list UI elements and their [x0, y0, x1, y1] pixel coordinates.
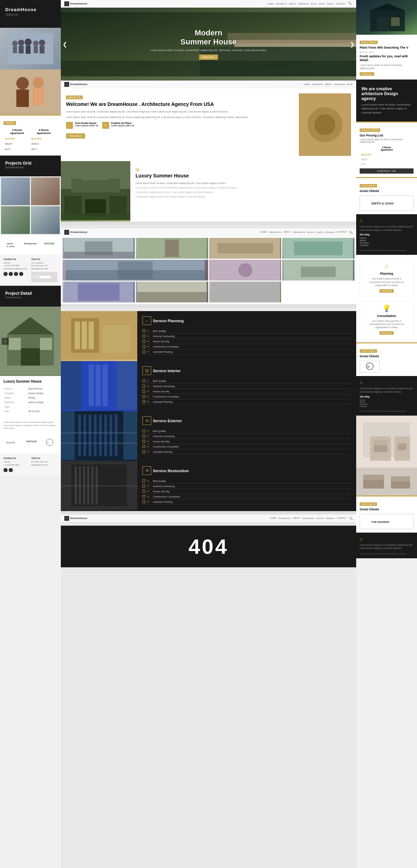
- error-nav-home[interactable]: HOME: [270, 517, 276, 519]
- svg-text:SMITH & SONS: SMITH & SONS: [371, 202, 394, 205]
- error-nav-pages[interactable]: PAGES ▾: [326, 517, 335, 519]
- team-illustration: [8, 33, 53, 64]
- left-grid-photos: [0, 176, 61, 235]
- left-detail-date: 08.12.2017: [28, 409, 57, 413]
- gallery-nav-projects[interactable]: PROJECTS ▾: [269, 231, 281, 233]
- error-nav-services[interactable]: SERVICES ▾: [302, 517, 314, 519]
- svg-rect-2: [13, 46, 17, 53]
- about-nav-projects[interactable]: PROJECTS: [312, 83, 323, 85]
- svg-rect-118: [398, 443, 407, 450]
- service-exterior-image: [61, 411, 137, 461]
- gallery-nav-contact[interactable]: CONTACT: [337, 231, 347, 233]
- left-grid-title: Projects Grid: [5, 161, 56, 166]
- svg-rect-80: [103, 365, 108, 406]
- search-icon[interactable]: 🔍: [348, 1, 353, 6]
- client-logos-2: D: [360, 361, 414, 373]
- service-restoration-list: 01Best Quality 02General Contracting 03H…: [142, 478, 351, 504]
- left-detail-arrow[interactable]: ‹: [2, 338, 9, 345]
- left-logo2-2: VINTAGE: [26, 438, 38, 448]
- gallery-nav-services[interactable]: SERVICES ▾: [293, 231, 305, 233]
- pricing-title: Our Pricing List: [360, 134, 414, 137]
- exterior-building-img: [61, 411, 137, 460]
- svg-text:THE BARBER: THE BARBER: [371, 520, 390, 524]
- svg-rect-26: [21, 348, 40, 366]
- news-read-more[interactable]: Read More: [360, 72, 374, 76]
- about-nav-about[interactable]: ABOUT: [325, 83, 332, 85]
- left-pricing-badge: PRICES: [3, 121, 16, 125]
- gallery-search-icon[interactable]: 🔍: [349, 231, 353, 234]
- hero-arrow-left[interactable]: ❮: [63, 41, 67, 48]
- svg-rect-81: [61, 361, 82, 410]
- nav-about[interactable]: ABOUT: [289, 3, 296, 5]
- sitemap-title: Site Map: [360, 233, 414, 236]
- left-contact-title: Contact Us: [3, 258, 30, 260]
- hero-title: ModernSummer House: [150, 28, 267, 47]
- sitemap-about[interactable]: About: [360, 239, 414, 242]
- svg-text:& SONS: & SONS: [7, 245, 15, 248]
- hero-read-more[interactable]: Read More: [199, 55, 218, 60]
- error-nav-projects[interactable]: PROJECTS ▾: [278, 517, 291, 519]
- nav-blog[interactable]: BLOG: [311, 3, 317, 5]
- footer3-logo: ⌂: [360, 536, 414, 542]
- interior-item-2: 02General Contracting: [142, 384, 351, 389]
- clients1-title: Great Clients: [360, 189, 414, 193]
- exterior-icon: ◻: [142, 416, 151, 425]
- planning-item-2: 02General Contracting: [142, 334, 351, 339]
- nav-contact[interactable]: CONTACT: [336, 3, 346, 5]
- planning-card-read-more[interactable]: Read More: [379, 289, 394, 293]
- pricing-contact[interactable]: CONTACT US: [360, 168, 414, 174]
- left-pricing-price1: $18,500: [4, 136, 30, 141]
- exterior-item-1: 01Best Quality: [142, 428, 351, 434]
- error-nav-blog[interactable]: BLOG ▾: [317, 517, 324, 519]
- nav-home[interactable]: HOME: [268, 3, 274, 5]
- gallery-nav-shop[interactable]: SHOP ▾: [317, 231, 324, 233]
- sitemap-contact[interactable]: Contact: [360, 244, 414, 247]
- sitemap-home[interactable]: Home: [360, 237, 414, 239]
- exterior-item-3: 03House Security: [142, 439, 351, 444]
- exterior-item-5: 05Laminate Flooring: [142, 449, 351, 454]
- error-404-section: ⌂ DreamHouse HOME PROJECTS ▾ ABOUT SERVI…: [61, 515, 356, 567]
- svg-rect-117: [374, 440, 387, 445]
- service-exterior-list: 01Best Quality 02General Contracting 03H…: [142, 428, 351, 454]
- gallery-nav-home[interactable]: HOME: [260, 231, 267, 233]
- right-footer-1: ⌂ Cras lacinia magna at, consectetur adi…: [356, 214, 417, 255]
- svg-rect-87: [94, 415, 97, 456]
- service-interior-list: 01Best Quality 02General Contracting 03H…: [142, 378, 351, 404]
- hero-arrow-right[interactable]: ❯: [350, 41, 354, 48]
- svg-point-62: [238, 263, 252, 277]
- nav-pages[interactable]: PAGES: [327, 3, 334, 5]
- gallery-nav-pages[interactable]: PAGES ▾: [326, 231, 335, 233]
- svg-rect-8: [34, 46, 38, 53]
- consultation-card-title: Consultation: [363, 314, 410, 318]
- consultation-card-read-more[interactable]: Read More: [379, 331, 394, 335]
- about-read-more[interactable]: Read More: [66, 133, 85, 139]
- luxury-content: 01 Luxury Summer House Lorem ipsum dolor…: [130, 161, 356, 222]
- about-nav-blog[interactable]: BLOG: [347, 83, 353, 85]
- error-nav-contact[interactable]: CONTACT: [337, 517, 347, 519]
- service-planning-title: ⌂ Service Planning: [142, 316, 351, 325]
- error-nav-about[interactable]: ABOUT: [293, 517, 301, 519]
- nav-projects[interactable]: PROJECTS: [276, 3, 287, 5]
- about-nav-home[interactable]: HOME: [303, 83, 310, 85]
- left-search-input[interactable]: [32, 275, 51, 279]
- nav-shop[interactable]: SHOP: [319, 3, 325, 5]
- luxury-title: Luxury Summer House: [136, 173, 351, 179]
- about-feature-1: ⌂ Your Dream House Lorem ipsum dolor sit…: [66, 122, 99, 129]
- sitemap-services[interactable]: Services: [360, 242, 414, 244]
- left-pricing-col2: 4 RoomApartment: [31, 127, 57, 136]
- about-nav-services[interactable]: SERVICES: [334, 83, 345, 85]
- error-search-icon[interactable]: 🔍: [349, 517, 353, 520]
- right-agency: We are creative arhitecture Design agenc…: [356, 80, 417, 122]
- footer2-contact[interactable]: Contact: [360, 405, 414, 407]
- nav-services[interactable]: SERVICES: [298, 3, 309, 5]
- gallery-nav-blog[interactable]: BLOG ▾: [307, 231, 314, 233]
- svg-rect-121: [363, 475, 384, 480]
- svg-rect-93: [61, 442, 137, 444]
- svg-rect-91: [115, 415, 117, 456]
- gallery-nav-about[interactable]: ABOUT: [284, 231, 291, 233]
- svg-rect-55: [217, 243, 273, 253]
- right-clients-1: OUR CLIENTS Great Clients SMITH & SONS: [356, 177, 417, 214]
- social-pin: [19, 272, 23, 276]
- service-exterior-content: ◻ Service Exterior 01Best Quality 02Gene…: [137, 411, 356, 461]
- svg-text:D: D: [367, 365, 370, 368]
